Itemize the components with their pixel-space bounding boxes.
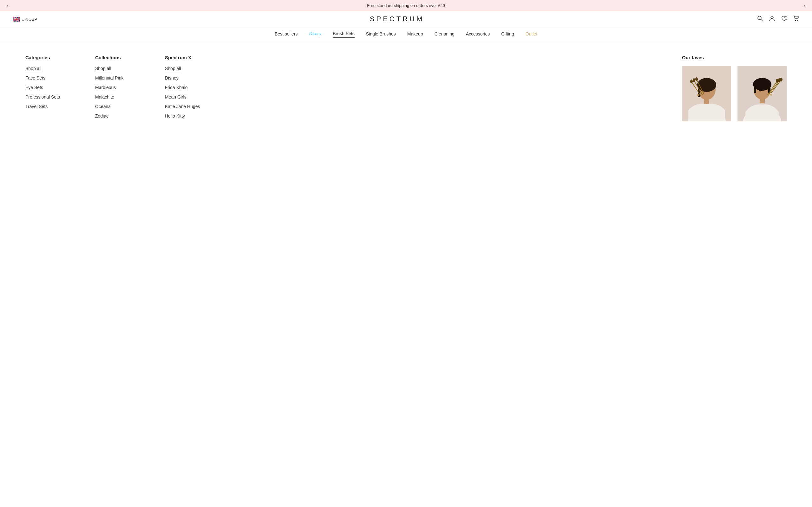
nav-item-single-brushes[interactable]: Single Brushes (366, 32, 396, 38)
categories-face-sets[interactable]: Face Sets (26, 75, 76, 80)
collections-title: Collections (95, 55, 146, 60)
svg-rect-24 (754, 83, 756, 93)
mega-col-our-faves: Our faves (682, 55, 786, 121)
our-faves-title: Our faves (682, 55, 786, 60)
our-faves-images: Best Sellers (682, 66, 786, 121)
svg-point-33 (759, 90, 762, 92)
svg-rect-11 (704, 98, 709, 104)
nav-item-gifting[interactable]: Gifting (501, 32, 514, 38)
locale-text: UK/GBP (21, 17, 37, 21)
mega-col-spectrum-x: Spectrum X Shop all Disney Frida Khalo M… (165, 55, 216, 121)
nav-item-cleaning[interactable]: Clenaning (435, 32, 455, 38)
spectrum-x-hello-kitty[interactable]: Hello Kitty (165, 113, 216, 118)
fave-item-oceana[interactable]: Oceana (738, 66, 786, 121)
collections-shop-all[interactable]: Shop all (95, 66, 146, 71)
header: UK/GBP SPECTRUM (0, 11, 812, 27)
announcement-bar: ‹ Free standard shipping on orders over … (0, 0, 812, 11)
fave-image-oceana (738, 66, 786, 121)
fave-illustration-oceana (738, 66, 786, 121)
header-icons (757, 15, 799, 23)
svg-point-32 (780, 78, 782, 81)
nav-item-outlet[interactable]: Outlet (525, 32, 537, 38)
svg-point-17 (695, 77, 698, 81)
svg-point-4 (795, 20, 796, 20)
wishlist-icon[interactable] (781, 15, 787, 23)
announcement-prev-button[interactable]: ‹ (6, 2, 8, 9)
main-nav: Best sellers Disney Brush Sets Single Br… (0, 27, 812, 42)
svg-point-30 (776, 79, 778, 83)
svg-point-3 (771, 16, 773, 19)
svg-line-2 (761, 19, 763, 21)
collections-malachite[interactable]: Malachite (95, 95, 146, 100)
chevron-left-icon: ‹ (6, 2, 8, 9)
search-icon[interactable] (757, 15, 763, 23)
svg-point-19 (697, 94, 699, 96)
spectrum-x-title: Spectrum X (165, 55, 216, 60)
collections-marbleous[interactable]: Marbleous (95, 85, 146, 90)
spectrum-x-disney[interactable]: Disney (165, 75, 216, 80)
spectrum-x-shop-all[interactable]: Shop all (165, 66, 216, 71)
fave-illustration-best-sellers (682, 66, 731, 121)
categories-eye-sets[interactable]: Eye Sets (26, 85, 76, 90)
mega-col-collections: Collections Shop all Millennial Pink Mar… (95, 55, 146, 121)
svg-point-5 (798, 20, 798, 20)
announcement-text: Free standard shipping on orders over £4… (367, 3, 445, 8)
mega-menu: Categories Shop all Face Sets Eye Sets P… (0, 42, 812, 121)
categories-shop-all[interactable]: Shop all (26, 66, 76, 71)
locale-selector[interactable]: UK/GBP (13, 17, 37, 21)
collections-zodiac[interactable]: Zodiac (95, 113, 146, 118)
collections-millennial-pink[interactable]: Millennial Pink (95, 75, 146, 80)
announcement-next-button[interactable]: › (804, 2, 806, 9)
nav-item-brush-sets[interactable]: Brush Sets (333, 31, 354, 38)
spectrum-x-katie-jane-huges[interactable]: Katie Jane Huges (165, 104, 216, 109)
site-logo[interactable]: SPECTRUM (37, 15, 757, 23)
categories-professional-sets[interactable]: Professional Sets (26, 95, 76, 100)
fave-image-best-sellers (682, 66, 731, 121)
spectrum-x-links: Shop all Disney Frida Khalo Mean Girls K… (165, 66, 216, 118)
categories-travel-sets[interactable]: Travel Sets (26, 104, 76, 109)
categories-title: Categories (26, 55, 76, 60)
fave-item-best-sellers[interactable]: Best Sellers (682, 66, 731, 121)
spectrum-x-mean-girls[interactable]: Mean Girls (165, 95, 216, 100)
svg-rect-26 (760, 98, 765, 103)
nav-item-accessories[interactable]: Accessories (466, 32, 490, 38)
svg-point-18 (707, 90, 710, 92)
collections-links: Shop all Millennial Pink Marbleous Malac… (95, 66, 146, 121)
spectrum-x-frida-khalo[interactable]: Frida Khalo (165, 85, 216, 90)
svg-point-16 (693, 78, 695, 82)
chevron-right-icon: › (804, 2, 806, 9)
svg-point-34 (770, 94, 772, 96)
svg-point-1 (758, 16, 761, 20)
categories-links: Shop all Face Sets Eye Sets Professional… (26, 66, 76, 109)
nav-item-makeup[interactable]: Makeup (407, 32, 423, 38)
uk-flag-icon (13, 17, 20, 21)
collections-oceana[interactable]: Oceana (95, 104, 146, 109)
cart-icon[interactable] (793, 15, 799, 23)
svg-point-15 (690, 79, 693, 83)
nav-item-best-sellers[interactable]: Best sellers (275, 32, 298, 38)
nav-item-disney[interactable]: Disney (309, 32, 321, 38)
mega-col-categories: Categories Shop all Face Sets Eye Sets P… (26, 55, 76, 121)
account-icon[interactable] (769, 15, 775, 23)
